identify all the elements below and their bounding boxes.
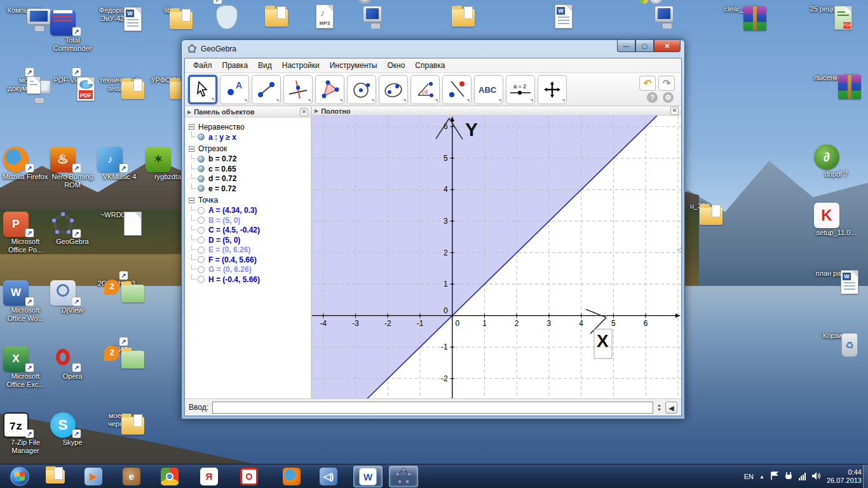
desktop-icon-25-рецептов[interactable]: PDF25 рецептов [807,5,853,13]
tool-move-graphics-view[interactable] [538,75,567,104]
desktop-icon-vkmusic-4[interactable]: ♪↗VKMusic 4 [97,146,142,181]
tool-line-through-points[interactable] [252,75,281,104]
desktop-icon-план-работы[interactable]: Wплан работы [813,269,859,278]
tool-insert-text[interactable]: ABC [474,75,503,104]
close-button[interactable]: ✕ [654,40,681,52]
panel-collapse-arrow-icon[interactable]: ◁ [677,246,682,253]
tree-item[interactable]: D = (5, 0) [189,235,311,245]
tool-dropdown-icon[interactable] [435,99,438,102]
clock[interactable]: 0:44 26.07.2013 [827,468,862,485]
taskbar-explorer-icon[interactable] [41,466,70,487]
visibility-hidden-icon[interactable] [198,207,205,214]
desktop-icon-федорова-е-эиу-421-1-[interactable]: WФедорова Е, ЭиУ-421 (1) [97,6,142,23]
desktop-icon-skype[interactable]: S↗Skype [50,412,95,447]
desktop-icon-nero-burning-rom[interactable]: ♨↗Nero Burning ROM [50,146,95,189]
tool-dropdown-icon[interactable] [339,99,342,102]
tool-dropdown-icon[interactable] [244,99,247,102]
menu-окно[interactable]: Окно [383,59,409,72]
maximize-button[interactable]: ▢ [635,40,654,52]
taskbar-geogebra-icon[interactable] [389,466,418,487]
desktop-icon-мои-документы[interactable]: ↗мои документы [3,76,48,93]
tool-dropdown-icon[interactable] [530,99,533,102]
menu-файл[interactable]: Файл [189,59,217,72]
tree-group-неравенство[interactable]: Неравенство [189,121,311,132]
taskbar-firefox-icon[interactable] [277,466,306,487]
taskbar-opera-icon[interactable]: O [234,466,264,487]
visibility-shown-icon[interactable] [198,175,205,182]
tree-group-отрезок[interactable]: Отрезок [189,144,311,154]
desktop-icon-dopdf-7[interactable]: ∂dopdf 7 [813,144,859,179]
taskbar-yandex-icon[interactable]: Я [194,466,224,487]
tree-item[interactable]: H = (-0.4, 5.66) [189,274,311,285]
redo-button[interactable]: ↷ [658,76,675,91]
desktop-icon--wrd000-[interactable]: ~WRD000... [97,211,142,219]
collapse-minus-icon[interactable] [189,198,194,203]
tool-dropdown-icon[interactable] [466,99,470,102]
menu-правка[interactable]: Правка [218,59,253,72]
visibility-hidden-icon[interactable] [198,247,205,254]
tool-circle-center-point[interactable] [347,75,376,104]
tree-item[interactable]: c = 0.65 [189,164,311,174]
desktop-icon-opera[interactable]: ↗Opera [50,346,95,381]
desktop-icon-компьютер[interactable]: Компьютер [3,6,48,15]
tool-perpendicular-line[interactable] [283,75,313,104]
tool-dropdown-icon[interactable] [211,98,214,101]
visibility-hidden-icon[interactable] [198,227,205,234]
panel-expand-icon[interactable]: ▶ [187,109,191,115]
help-icon[interactable]: ? [647,92,658,103]
settings-gear-icon[interactable]: ⚙ [663,92,674,103]
desktop-icon-mozilla-firefox[interactable]: ↗Mozilla Firefox [3,146,48,181]
taskbar-start-button[interactable] [5,466,34,487]
minimize-button[interactable]: — [617,40,635,52]
visibility-shown-icon[interactable] [198,165,205,172]
menu-инструменты[interactable]: Инструменты [325,59,382,72]
title-bar[interactable]: GeoGebra — ▢ ✕ [182,40,684,58]
collapse-minus-icon[interactable] [189,146,194,152]
power-plug-icon[interactable] [784,471,793,482]
tree-item[interactable]: d = 0.72 [189,174,311,184]
taskbar-media-player-icon[interactable]: ▶ [79,466,108,487]
desktop-icon-setup-11-0-[interactable]: Ksetup_11.0... [813,202,859,237]
tool-dropdown-icon[interactable] [276,99,279,102]
canvas-expand-icon[interactable]: ▶ [315,108,318,114]
taskbar-emule-icon[interactable]: e [117,466,146,487]
desktop-icon-лысенко-2013[interactable]: лысенко 2013 [813,74,859,82]
tree-item[interactable]: a : y ≥ x [189,132,311,142]
desktop-icon-clear-attrib[interactable]: clear_attrib [719,5,764,13]
desktop-icon-lib[interactable]: lib [145,6,191,15]
tool-angle[interactable]: α [410,75,440,104]
input-help-button[interactable]: ◀ [665,402,677,414]
tool-reflect-about-line[interactable] [442,75,471,104]
tree-item[interactable]: B = (5, 0) [189,215,311,226]
menu-настройки[interactable]: Настройки [278,59,324,72]
visibility-hidden-icon[interactable] [198,256,205,263]
desktop-icon-microsoft-office-exc-[interactable]: X↗Microsoft Office Exc... [3,346,48,389]
tree-item[interactable]: A = (4.34, 0.3) [189,206,311,216]
visibility-hidden-icon[interactable] [198,217,205,224]
tool-ellipse[interactable] [379,75,408,104]
visibility-hidden-icon[interactable] [198,236,205,243]
tool-dropdown-icon[interactable] [562,99,565,102]
object-panel-close-icon[interactable]: ✕ [300,108,308,116]
visibility-hidden-icon[interactable] [198,266,205,273]
desktop-icon-pdf-viewer[interactable]: PDF↗PDF-Viewer [50,76,95,85]
visibility-shown-icon[interactable] [198,156,205,163]
desktop-icon-корзина[interactable]: ♻Корзина [813,332,859,340]
tool-dropdown-icon[interactable] [498,99,501,102]
volume-icon[interactable] [811,471,821,482]
graphics-view[interactable]: -4-3-2-10123456-2-10123456YX ◁ [312,116,681,399]
tool-dropdown-icon[interactable] [371,99,374,102]
input-history-spinner[interactable]: ▲▼ [657,403,661,412]
desktop-icon-мое-дз-чернов[interactable]: мое дз чернов [97,412,142,428]
canvas-close-icon[interactable]: ✕ [670,107,679,115]
action-center-flag-icon[interactable] [770,471,778,482]
desktop-icon-2gisshell-3-[interactable]: 2↗2GISShell-3... [97,280,142,288]
algebra-input[interactable] [212,402,653,414]
taskbar-volume-app-icon[interactable]: ◁) [314,466,343,487]
desktop-icon-geogebra[interactable]: ↗GeoGebra [50,211,95,246]
taskbar-chrome-icon[interactable] [155,466,184,487]
show-desktop-button[interactable] [863,464,868,488]
undo-button[interactable]: ↶ [639,76,656,91]
tool-dropdown-icon[interactable] [308,99,311,102]
tree-item[interactable]: b = 0.72 [189,154,311,165]
